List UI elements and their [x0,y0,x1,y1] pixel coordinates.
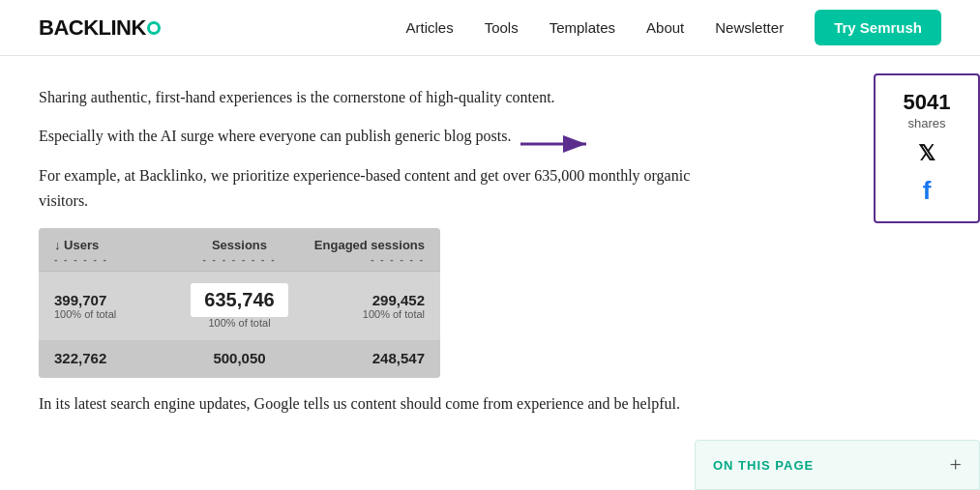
try-semrush-button[interactable]: Try Semrush [815,10,941,45]
arrow-row: Especially with the AI surge where every… [39,124,716,162]
paragraph-4: In its latest search engine updates, Goo… [39,391,716,417]
paragraph-3: For example, at Backlinko, we prioritize… [39,163,716,215]
logo-o [147,21,161,35]
nav-tools[interactable]: Tools [485,19,519,36]
nav-articles[interactable]: Articles [405,19,453,36]
nav-templates[interactable]: Templates [549,19,615,36]
share-count: 5041 shares [904,91,951,131]
facebook-icon[interactable]: f [923,176,932,206]
col-engaged-header: Engaged sessions - - - - - - [301,238,425,265]
col-sessions-header: Sessions - - - - - - - - [178,238,302,265]
article-body: Sharing authentic, first-hand experience… [39,75,716,430]
table-row-1: 399,707 100% of total 635,746 100% of to… [39,272,440,340]
col-users-header: ↓ Users - - - - - - [54,238,178,265]
expand-icon[interactable]: + [950,454,962,476]
site-header: BACKLINK Articles Tools Templates About … [0,0,980,56]
paragraph-2: Especially with the AI surge where every… [39,124,511,149]
engaged-value: 299,452 100% of total [301,292,425,320]
main-content: Sharing authentic, first-hand experience… [0,56,980,430]
paragraph-1: Sharing authentic, first-hand experience… [39,85,716,110]
table-row-2: 322,762 500,050 248,547 [39,340,440,378]
main-nav: Articles Tools Templates About Newslette… [405,10,941,45]
users-value-2: 322,762 [54,350,178,366]
users-value: 399,707 100% of total [54,292,178,320]
analytics-table: ↓ Users - - - - - - Sessions - - - - - -… [39,228,440,378]
on-this-page-panel[interactable]: ON THIS PAGE + [695,440,980,490]
engaged-value-2: 248,547 [301,350,425,366]
sessions-value-2: 500,050 [178,350,302,366]
nav-about[interactable]: About [646,19,684,36]
twitter-x-icon[interactable]: 𝕏 [918,141,935,166]
nav-newsletter[interactable]: Newsletter [715,19,784,36]
share-widget: 5041 shares 𝕏 f [874,73,980,223]
table-header: ↓ Users - - - - - - Sessions - - - - - -… [39,228,440,272]
on-this-page-label: ON THIS PAGE [713,458,814,473]
logo[interactable]: BACKLINK [39,15,161,41]
sessions-value: 635,746 100% of total [178,283,302,329]
arrow-icon [520,133,598,155]
